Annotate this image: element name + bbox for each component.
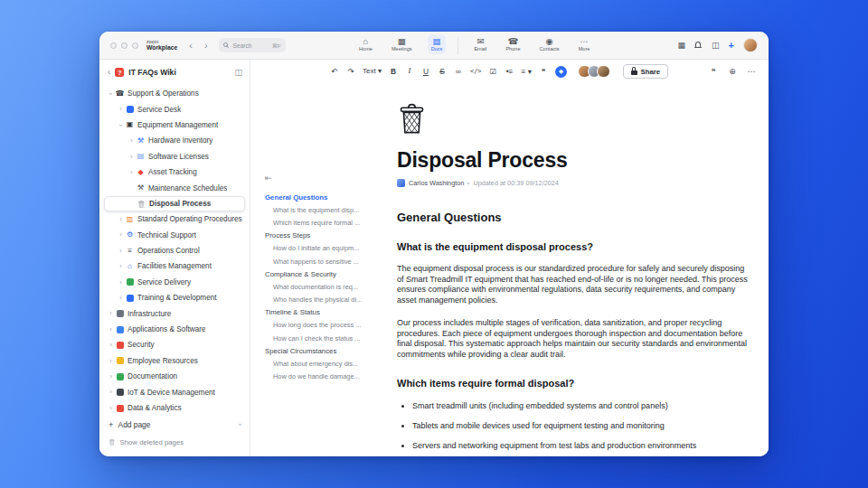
toc-section-process-steps[interactable]: Process Steps xyxy=(265,230,384,242)
toc-item-what-documentation-is-req[interactable]: What documentation is req... xyxy=(265,280,384,293)
toc-section-timeline-status[interactable]: Timeline & Status xyxy=(265,306,384,319)
chevron-right-icon[interactable]: › xyxy=(107,326,115,333)
sidebar-item-data-analytics[interactable]: ›Data & Analytics xyxy=(104,400,245,412)
close-window-button[interactable] xyxy=(110,42,117,49)
chevron-right-icon[interactable]: › xyxy=(107,405,115,412)
link-button[interactable]: ∞ xyxy=(454,68,463,75)
minimize-window-button[interactable] xyxy=(121,42,127,49)
sidebar-item-operations-control[interactable]: ›≡Operations Control xyxy=(104,243,245,258)
toc-item-how-do-i-initiate-an-equipm[interactable]: How do I initiate an equipm... xyxy=(265,242,384,255)
toc-item-what-happens-to-sensitive[interactable]: What happens to sensitive ... xyxy=(265,255,384,267)
chevron-right-icon[interactable]: › xyxy=(117,279,125,286)
sidebar-item-equipment-management[interactable]: ›▣Equipment Management xyxy=(104,117,245,133)
chevron-right-icon[interactable]: › xyxy=(117,248,125,255)
back-button[interactable]: ‹ xyxy=(189,41,193,51)
chevron-down-icon[interactable]: › xyxy=(236,423,243,426)
tab-phone[interactable]: ☎Phone xyxy=(502,34,524,54)
sidebar-item-hardware-inventory[interactable]: ›⚒Hardware Inventory xyxy=(104,133,245,148)
underline-button[interactable]: U xyxy=(421,68,430,75)
bulleted-list-button[interactable]: •≡ xyxy=(505,68,514,75)
collapse-outline-icon[interactable]: ⇤ xyxy=(265,174,384,183)
sidebar-item-standard-operating-procedures[interactable]: ›▥Standard Operating Procedures xyxy=(104,211,245,227)
add-comment-button[interactable]: ❝ xyxy=(539,68,548,75)
share-button[interactable]: Share xyxy=(623,64,669,79)
sidebar-item-employee-resources[interactable]: ›Employee Resources xyxy=(104,353,245,369)
sidebar-item-applications-software[interactable]: ›Applications & Software xyxy=(104,322,245,337)
chevron-right-icon[interactable]: › xyxy=(107,342,115,349)
chevron-right-icon[interactable]: › xyxy=(107,310,115,317)
sidebar-item-training-development[interactable]: ›Training & Development xyxy=(104,290,245,305)
chart-icon xyxy=(117,405,124,412)
chevron-right-icon[interactable]: › xyxy=(117,216,125,223)
toc-item-which-items-require-formal[interactable]: Which items require formal ... xyxy=(265,216,384,229)
user-avatar[interactable] xyxy=(743,38,758,52)
chevron-down-icon[interactable]: › xyxy=(108,89,115,98)
chevron-right-icon[interactable]: › xyxy=(107,389,115,396)
chevron-right-icon[interactable]: › xyxy=(127,169,136,176)
sidebar-item-infrastructure[interactable]: ›Infrastructure xyxy=(104,305,245,321)
toc-item-how-can-i-check-the-status[interactable]: How can I check the status ... xyxy=(265,332,384,344)
toc-section-general-questions[interactable]: General Questions xyxy=(265,191,384,203)
toc-item-how-long-does-the-process[interactable]: How long does the process ... xyxy=(265,319,384,332)
italic-button[interactable]: I xyxy=(405,68,414,75)
new-item-button[interactable]: + xyxy=(729,41,734,51)
doc-title[interactable]: Disposal Process xyxy=(397,148,750,173)
zoom-window-button[interactable] xyxy=(132,42,138,49)
undo-icon[interactable]: ↶ xyxy=(330,68,339,75)
chevron-right-icon[interactable]: › xyxy=(107,358,115,365)
chevron-right-icon[interactable]: › xyxy=(117,295,125,302)
apps-grid-icon[interactable]: ▦ xyxy=(678,42,686,50)
sidebar-item-asset-tracking[interactable]: ›◆Asset Tracking xyxy=(104,164,245,180)
chevron-right-icon[interactable]: › xyxy=(117,106,125,113)
sidebar-item-support-operations[interactable]: ›☎Support & Operations xyxy=(104,86,245,101)
toc-item-what-is-the-equipment-disp[interactable]: What is the equipment disp... xyxy=(265,203,384,216)
comment-icon[interactable]: ❝ xyxy=(709,68,718,76)
text-style-select[interactable]: Text ▾ xyxy=(363,68,382,75)
side-panel-icon[interactable]: ◫ xyxy=(712,42,720,50)
sidebar-item-maintenance-schedules[interactable]: ›⚒Maintenance Schedules xyxy=(104,180,245,195)
ai-companion-button[interactable]: ◆ xyxy=(555,66,567,78)
sidebar-back-button[interactable]: ‹ xyxy=(108,68,110,77)
sidebar-item-facilities-management[interactable]: ›⌂Facilities Management xyxy=(104,258,245,274)
add-page-button[interactable]: + Add page › xyxy=(108,418,241,431)
sidebar-item-documentation[interactable]: ›Documentation xyxy=(104,369,245,384)
toc-item-what-about-emergency-dis[interactable]: What about emergency dis... xyxy=(265,357,384,370)
chevron-down-icon[interactable]: › xyxy=(118,121,125,129)
chevron-right-icon[interactable]: › xyxy=(117,263,125,270)
tab-email[interactable]: ✉Email xyxy=(470,34,490,54)
toc-item-how-do-we-handle-damage[interactable]: How do we handle damage... xyxy=(265,371,384,383)
sidebar-item-disposal-process[interactable]: ›Disposal Process xyxy=(104,196,245,211)
chevron-right-icon[interactable]: › xyxy=(117,231,125,239)
toc-item-who-handles-the-physical-di[interactable]: Who handles the physical di... xyxy=(265,294,384,306)
chevron-right-icon[interactable]: › xyxy=(107,373,115,380)
toc-section-compliance-security[interactable]: Compliance & Security xyxy=(265,267,384,280)
tab-docs[interactable]: ▤Docs xyxy=(428,34,447,54)
chevron-right-icon[interactable]: › xyxy=(127,154,136,161)
sidebar-item-service-delivery[interactable]: ›Service Delivery xyxy=(104,275,245,290)
sidebar-item-iot-device-management[interactable]: ›IoT & Device Management xyxy=(104,384,245,399)
chevron-right-icon[interactable]: › xyxy=(127,137,136,145)
checklist-button[interactable]: ☑ xyxy=(489,68,498,75)
tab-contacts[interactable]: ◉Contacts xyxy=(536,34,563,54)
sidebar-item-security[interactable]: ›Security xyxy=(104,337,245,352)
bold-button[interactable]: B xyxy=(389,68,398,75)
notifications-bell-icon[interactable] xyxy=(694,42,703,50)
show-deleted-pages-button[interactable]: Show deleted pages xyxy=(108,436,241,449)
tab-meetings[interactable]: ▦Meetings xyxy=(388,34,416,54)
document-body[interactable]: Disposal Process Carlos Washington Updat… xyxy=(388,83,769,456)
toc-section-special-circumstances[interactable]: Special Circumstances xyxy=(265,344,384,357)
strikethrough-button[interactable]: S xyxy=(438,68,447,75)
sidebar-item-software-licenses[interactable]: ›▤Software Licenses xyxy=(104,149,245,164)
globe-icon[interactable]: ⊕ xyxy=(728,68,737,76)
tab-more[interactable]: ⋯More xyxy=(575,34,594,54)
search-input[interactable]: Search ⌘F xyxy=(219,38,286,52)
sidebar-item-technical-support[interactable]: ›⚙Technical Support xyxy=(104,228,245,243)
tab-home[interactable]: ⌂Home xyxy=(355,34,376,54)
align-button[interactable]: ≡ ▾ xyxy=(522,68,532,75)
more-options-icon[interactable]: ⋯ xyxy=(747,68,756,76)
inline-code-button[interactable]: </> xyxy=(470,69,482,75)
forward-button[interactable]: › xyxy=(204,41,208,51)
redo-icon[interactable]: ↷ xyxy=(346,68,355,75)
sidebar-item-service-desk[interactable]: ›Service Desk xyxy=(104,101,245,117)
collapse-sidebar-icon[interactable]: ◫ xyxy=(234,68,242,77)
